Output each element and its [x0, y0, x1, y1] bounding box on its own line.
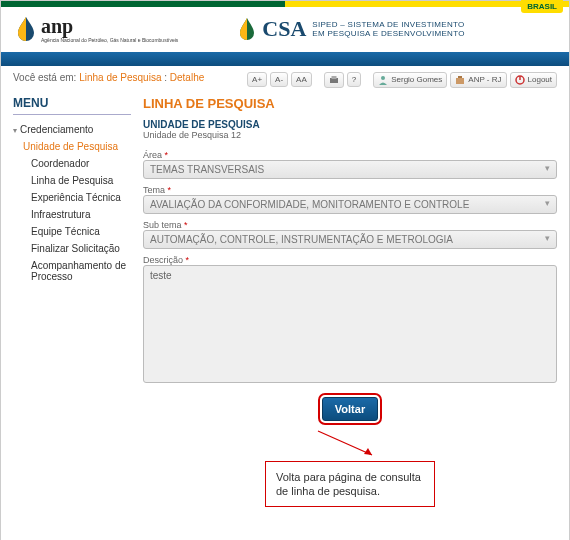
svg-rect-3	[456, 78, 464, 84]
subtema-select[interactable]: AUTOMAÇÃO, CONTROLE, INSTRUMENTAÇÃO E ME…	[143, 230, 557, 249]
svg-line-7	[318, 431, 372, 455]
help-button[interactable]: ?	[347, 72, 361, 87]
print-icon	[329, 75, 339, 85]
sidebar-menu: MENU Credenciamento Unidade de Pesquisa …	[13, 96, 131, 508]
breadcrumb-link-2[interactable]: Detalhe	[170, 72, 204, 83]
font-increase-button[interactable]: A+	[247, 72, 267, 87]
menu-finalizar-solicitacao[interactable]: Finalizar Solicitação	[13, 240, 131, 257]
power-icon	[515, 75, 525, 85]
header: anp Agência Nacional do Petróleo, Gás Na…	[1, 7, 569, 52]
menu-unidade-pesquisa[interactable]: Unidade de Pesquisa	[13, 138, 131, 155]
breadcrumb-link-1[interactable]: Linha de Pesquisa	[79, 72, 161, 83]
voltar-button[interactable]: Voltar	[322, 397, 378, 421]
anp-logo-text: anp	[41, 15, 178, 38]
org-label: ANP - RJ	[468, 75, 501, 84]
annotation-arrow-icon	[310, 427, 390, 461]
tema-label: Tema *	[143, 185, 557, 195]
org-button[interactable]: ANP - RJ	[450, 72, 506, 88]
gov-top-strip: BRASIL	[1, 1, 569, 7]
csa-logo-text: CSA	[262, 16, 306, 42]
user-name-label: Sergio Gomes	[391, 75, 442, 84]
font-reset-button[interactable]: AA	[291, 72, 312, 87]
tema-select[interactable]: AVALIAÇÃO DA CONFORMIDADE, MONITORAMENTO…	[143, 195, 557, 214]
logo-csa: CSA SIPED – SISTEMA DE INVESTIMENTO EM P…	[238, 16, 464, 42]
blue-divider-bar	[1, 52, 569, 66]
user-button[interactable]: Sergio Gomes	[373, 72, 447, 88]
menu-equipe-tecnica[interactable]: Equipe Técnica	[13, 223, 131, 240]
user-icon	[378, 75, 388, 85]
area-label: Área *	[143, 150, 557, 160]
section-subtitle: Unidade de Pesquisa 12	[143, 130, 557, 140]
menu-linha-pesquisa[interactable]: Linha de Pesquisa	[13, 172, 131, 189]
descricao-label: Descrição *	[143, 255, 557, 265]
logo-anp: anp Agência Nacional do Petróleo, Gás Na…	[15, 15, 178, 44]
brasil-badge[interactable]: BRASIL	[521, 0, 563, 13]
descricao-textarea[interactable]: teste	[143, 265, 557, 383]
page-title: LINHA DE PESQUISA	[143, 96, 557, 111]
font-decrease-button[interactable]: A-	[270, 72, 288, 87]
subtema-label: Sub tema *	[143, 220, 557, 230]
csa-droplet-icon	[238, 17, 256, 41]
svg-point-2	[381, 76, 385, 80]
logout-button[interactable]: Logout	[510, 72, 557, 88]
svg-rect-4	[458, 76, 462, 78]
section-title: UNIDADE DE PESQUISA	[143, 119, 557, 130]
csa-subtitle-2: EM PESQUISA E DESENVOLVIMENTO	[312, 29, 464, 39]
breadcrumb-prefix: Você está em:	[13, 72, 76, 83]
anp-droplet-icon	[15, 16, 37, 42]
menu-credenciamento[interactable]: Credenciamento	[13, 121, 131, 138]
csa-subtitle-1: SIPED – SISTEMA DE INVESTIMENTO	[312, 20, 464, 30]
annotation-box: Volta para página de consulta de linha d…	[265, 461, 435, 508]
svg-rect-1	[331, 76, 336, 79]
logout-label: Logout	[528, 75, 552, 84]
menu-title: MENU	[13, 96, 131, 115]
top-toolbar: A+ A- AA ? Sergio Gomes ANP - RJ Logout	[247, 72, 557, 88]
main-content: LINHA DE PESQUISA UNIDADE DE PESQUISA Un…	[143, 96, 557, 508]
menu-acompanhamento-processo[interactable]: Acompanhamento de Processo	[13, 257, 131, 285]
menu-coordenador[interactable]: Coordenador	[13, 155, 131, 172]
briefcase-icon	[455, 75, 465, 85]
menu-infraestrutura[interactable]: Infraestrutura	[13, 206, 131, 223]
print-button[interactable]	[324, 72, 344, 88]
breadcrumb: Você está em: Linha de Pesquisa : Detalh…	[13, 72, 204, 83]
area-select[interactable]: TEMAS TRANSVERSAIS	[143, 160, 557, 179]
menu-experiencia-tecnica[interactable]: Experiência Técnica	[13, 189, 131, 206]
anp-logo-subtitle: Agência Nacional do Petróleo, Gás Natura…	[41, 38, 178, 44]
